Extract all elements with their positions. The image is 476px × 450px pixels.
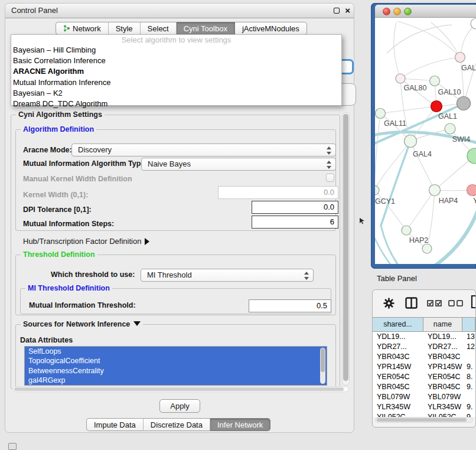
aracne-mode-combo[interactable]: Discovery	[71, 144, 336, 156]
network-node-swi4[interactable]	[445, 123, 455, 134]
tab-infer-network[interactable]: Infer Network	[210, 418, 270, 431]
tab-jactivemnodules[interactable]: jActiveMNodules	[235, 22, 307, 35]
table-cell[interactable]: YDL19...	[423, 332, 462, 342]
network-edge[interactable]	[375, 141, 410, 190]
table-cell[interactable]: YER054C	[373, 372, 423, 382]
table-cell[interactable]: 8.	[462, 372, 475, 382]
table-cell[interactable]	[462, 392, 475, 402]
kernel-width-field[interactable]: 0.0	[218, 186, 338, 199]
attribute-item-selfloops[interactable]: SelfLoops	[25, 347, 327, 356]
deselect-all-checkboxes-icon[interactable]	[448, 300, 464, 306]
table-row[interactable]: YPR145WYPR145W9.	[373, 362, 475, 372]
table-cell[interactable]: YDL19...	[373, 332, 423, 342]
table-cell[interactable]: YBR043C	[423, 352, 462, 362]
network-node-gal10[interactable]	[430, 76, 440, 86]
network-edge[interactable]	[410, 141, 435, 190]
table-cell[interactable]: 12	[462, 342, 475, 352]
settings-vertical-scrollbar[interactable]	[342, 112, 350, 386]
network-node-gal[interactable]	[455, 53, 465, 63]
close-icon[interactable]: ×	[345, 5, 350, 15]
zoom-traffic-light-icon[interactable]	[404, 8, 412, 15]
table-cell[interactable]: YIL052C	[423, 412, 462, 417]
table-cell[interactable]: YPR145W	[373, 362, 423, 372]
attribute-item-topologicalcoefficient[interactable]: TopologicalCoefficient	[25, 356, 327, 366]
table-row[interactable]: YIL052CYIL052C9	[373, 412, 475, 417]
table-cell[interactable]: YDR27...	[373, 342, 423, 352]
network-node[interactable]	[457, 97, 471, 110]
network-edge[interactable]	[380, 106, 436, 113]
hub-section-toggle[interactable]: Hub/Transcription Factor Definition	[23, 237, 149, 246]
table-row[interactable]: YDL19...YDL19...13	[373, 332, 475, 342]
network-canvas[interactable]: GALGAL80GAL10GAL1GAL11SWI4GAL4GCY1HAP4YH…	[375, 18, 476, 264]
float-icon[interactable]	[334, 8, 340, 14]
network-edge[interactable]	[397, 21, 460, 57]
algorithm-option-bayesian-k2[interactable]: Bayesian – K2	[11, 88, 341, 99]
select-all-checkboxes-icon[interactable]	[427, 300, 442, 306]
network-node[interactable]	[422, 244, 432, 253]
attributes-list-scrollbar[interactable]	[320, 348, 325, 384]
attribute-item-gal4rgexp[interactable]: gal4RGexp	[25, 376, 327, 385]
table-cell[interactable]: 9.	[462, 402, 475, 412]
table-horizontal-scrollbar[interactable]	[375, 417, 473, 423]
data-attributes-list[interactable]: SelfLoopsTopologicalCoefficientBetweenne…	[24, 346, 327, 386]
algorithm-option-bayesian-hill-climbing[interactable]: Bayesian – Hill Climbing	[11, 45, 341, 56]
table-cell[interactable]: YBR045C	[423, 382, 462, 392]
manual-kernel-checkbox[interactable]	[326, 174, 334, 182]
column-header-hidden[interactable]	[462, 318, 475, 331]
which-threshold-combo[interactable]: MI Threshold	[141, 269, 314, 282]
network-node[interactable]	[471, 18, 476, 29]
table-cell[interactable]: 9	[462, 412, 475, 417]
network-edge[interactable]	[375, 113, 380, 190]
tab-cyni-toolbox[interactable]: Cyni Toolbox	[177, 22, 235, 35]
table-row[interactable]: YER054CYER054C8.	[373, 372, 475, 382]
network-edge[interactable]	[431, 22, 460, 57]
algorithm-option-basic-correlation-inference[interactable]: Basic Correlation Inference	[11, 56, 341, 66]
split-columns-icon[interactable]	[405, 297, 418, 309]
algorithm-option-aracne-algorithm[interactable]: ARACNE Algorithm	[11, 66, 341, 77]
network-edge[interactable]	[394, 22, 400, 79]
table-cell[interactable]: YLR345W	[423, 402, 462, 412]
network-edge[interactable]	[381, 141, 410, 226]
network-edge[interactable]	[381, 226, 402, 264]
table-cell[interactable]: 13	[462, 332, 475, 342]
mi-threshold-field[interactable]: 0.5	[249, 299, 331, 312]
table-cell[interactable]: YER054C	[423, 372, 462, 382]
tab-discretize-data[interactable]: Discretize Data	[144, 418, 210, 431]
table-row[interactable]: YBR043CYBR043C	[373, 352, 475, 362]
table-cell[interactable]: YBL079W	[423, 392, 462, 402]
network-edge[interactable]	[400, 57, 460, 79]
table-cell[interactable]	[462, 352, 475, 362]
close-traffic-light-icon[interactable]	[383, 8, 390, 15]
table-row[interactable]: YBL079WYBL079W	[373, 392, 475, 402]
network-node-y[interactable]	[467, 185, 476, 196]
minimize-traffic-light-icon[interactable]	[393, 8, 401, 15]
gear-icon[interactable]	[383, 298, 395, 309]
settings-horizontal-scrollbar[interactable]	[12, 386, 349, 392]
network-node-gal80[interactable]	[396, 74, 405, 83]
table-cell[interactable]: YBR045C	[373, 382, 423, 392]
mi-type-combo[interactable]: Naive Bayes	[141, 158, 336, 171]
table-cell[interactable]: 9.	[462, 362, 475, 372]
table-cell[interactable]: YIL052C	[373, 412, 423, 417]
column-header-name[interactable]: name	[423, 318, 462, 331]
tab-network[interactable]: Network	[56, 22, 109, 35]
new-table-icon[interactable]	[471, 295, 476, 309]
attribute-item-betweennesscentrality[interactable]: BetweennessCentrality	[25, 366, 327, 376]
table-row[interactable]: YDR27...YDR27...12	[373, 342, 475, 352]
network-node-hap2[interactable]	[402, 226, 411, 235]
mi-steps-field[interactable]: 6	[252, 216, 338, 229]
table-row[interactable]: YLR345WYLR345W9.	[373, 402, 475, 412]
apply-button[interactable]: Apply	[159, 399, 200, 413]
dpi-tolerance-field[interactable]: 0.0	[252, 201, 338, 214]
table-cell[interactable]: YDR27...	[423, 342, 462, 352]
algorithm-option-mutual-information-inference[interactable]: Mutual Information Inference	[11, 77, 341, 88]
network-node-hap4[interactable]	[429, 185, 441, 196]
network-node-gal11[interactable]	[376, 109, 386, 119]
table-cell[interactable]: YBL079W	[373, 392, 423, 402]
network-window-titlebar[interactable]	[375, 5, 476, 18]
dock-panel-icon[interactable]	[8, 443, 17, 450]
column-header-shared[interactable]: shared...	[373, 318, 423, 331]
control-panel-titlebar[interactable]: Control Panel ×	[5, 4, 354, 18]
sources-group-title[interactable]: Sources for Network Inference	[21, 320, 143, 328]
tab-style[interactable]: Style	[109, 22, 141, 35]
